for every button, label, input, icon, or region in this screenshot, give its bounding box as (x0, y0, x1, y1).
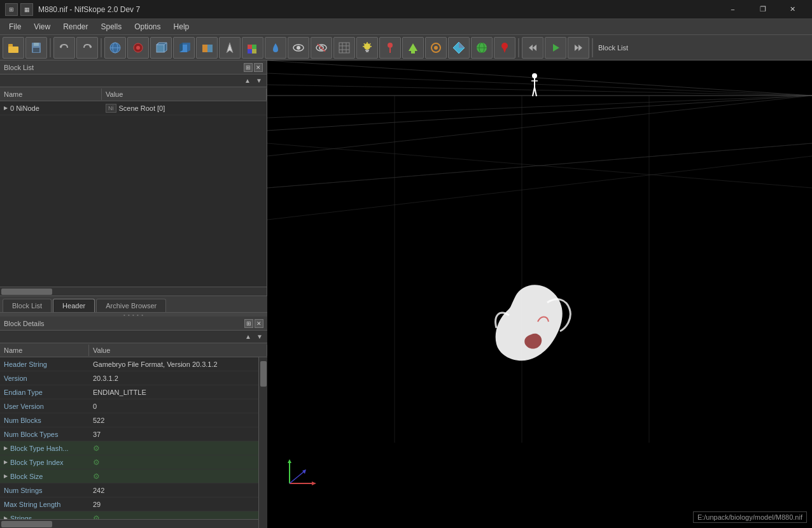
svg-marker-62 (533, 45, 536, 51)
tree-row-value-text: Scene Root [0] (119, 104, 165, 112)
svg-line-72 (267, 96, 812, 118)
toolbar-globe-button[interactable] (104, 37, 126, 59)
details-row-user-version-name: User Version (0, 403, 89, 410)
restore-button[interactable]: ❐ (748, 3, 777, 16)
window-title: M880.nif - NifSkope 2.0 Dev 7 (38, 5, 140, 14)
tree-row-label: 0 NiNode (10, 104, 39, 112)
details-area: Header String Gamebryo File Format, Vers… (0, 357, 267, 519)
block-details-controls: ⊞ ✕ (244, 319, 263, 328)
toolbar-cube-solid-button[interactable] (173, 37, 195, 59)
details-row-user-version[interactable]: User Version 0 (0, 399, 258, 413)
toolbar-redo-button[interactable] (76, 37, 98, 59)
block-list-scroll-down-btn[interactable]: ▼ (254, 76, 264, 86)
svg-rect-19 (202, 45, 207, 52)
tab-archive-browser[interactable]: Archive Browser (96, 299, 166, 312)
title-bar: ⊞ ▦ M880.nif - NifSkope 2.0 Dev 7 − ❐ ✕ (0, 0, 812, 19)
block-list-scroll-up-btn[interactable]: ▲ (242, 76, 253, 86)
details-row-version[interactable]: Version 20.3.1.2 (0, 371, 258, 385)
details-row-block-size-name: ▶ Block Size (0, 473, 89, 480)
toolbar-sep-1 (50, 38, 51, 57)
toolbar-diamond-button[interactable] (448, 37, 470, 59)
close-button[interactable]: ✕ (778, 3, 807, 16)
axis-widget (283, 458, 321, 496)
toolbar-play-button[interactable] (545, 37, 566, 59)
toolbar-cube-outline-button[interactable] (150, 37, 172, 59)
toolbar-light-button[interactable] (356, 37, 378, 59)
svg-marker-63 (553, 44, 559, 52)
minimize-button[interactable]: − (718, 3, 747, 16)
tree-content: ▶ 0 NiNode Ni Scene Root [0] (0, 101, 267, 287)
toolbar-play-forward-button[interactable] (568, 37, 589, 59)
details-row-header-string-value: Gamebryo File Format, Version 20.3.1.2 (89, 360, 258, 368)
details-row-strings[interactable]: ▶ Strings ⚙ (0, 511, 258, 519)
svg-line-40 (364, 43, 365, 45)
tab-block-list[interactable]: Block List (3, 299, 52, 312)
toolbar-up-arrow-button[interactable] (402, 37, 424, 59)
tree-scrollbar-h[interactable] (0, 287, 267, 296)
menu-render[interactable]: Render (57, 20, 94, 33)
details-row-user-version-value: 0 (89, 403, 258, 410)
window-controls: − ❐ ✕ (718, 3, 807, 16)
details-row-num-strings[interactable]: Num Strings 242 (0, 483, 258, 497)
green-leaf-hash-icon: ⚙ (93, 444, 100, 453)
details-row-block-size[interactable]: ▶ Block Size ⚙ (0, 469, 258, 483)
block-list-expand-btn[interactable]: ⊞ (244, 63, 253, 72)
toolbar-grid-button[interactable] (333, 37, 355, 59)
details-scrollbar-thumb[interactable] (260, 361, 267, 387)
toolbar-eye2-button[interactable] (311, 37, 332, 59)
toolbar-red-pin-button[interactable] (494, 37, 515, 59)
toolbar-sphere-button[interactable] (471, 37, 493, 59)
block-list-close-btn[interactable]: ✕ (254, 63, 263, 72)
svg-line-90 (290, 472, 304, 483)
svg-line-73 (267, 96, 812, 156)
details-row-block-type-hash[interactable]: ▶ Block Type Hash... ⚙ (0, 441, 258, 455)
details-row-num-block-types-value: 37 (89, 431, 258, 438)
details-row-num-blocks-name: Num Blocks (0, 417, 89, 424)
details-row-endian[interactable]: Endian Type ENDIAN_LITTLE (0, 385, 258, 399)
details-scrollbar-v[interactable] (258, 357, 267, 519)
details-row-max-string-length[interactable]: Max String Length 29 (0, 497, 258, 511)
toolbar: Block List (0, 35, 812, 61)
menu-view[interactable]: View (27, 20, 57, 33)
green-leaf-index-icon: ⚙ (93, 458, 100, 467)
taskbar-icon-1[interactable]: ⊞ (5, 3, 18, 16)
toolbar-half-cube-button[interactable] (196, 37, 218, 59)
block-details-expand-btn[interactable]: ⊞ (244, 319, 253, 328)
taskbar-icon-2[interactable]: ▦ (20, 3, 33, 16)
block-details-close-btn[interactable]: ✕ (255, 319, 263, 328)
toolbar-eye-button[interactable] (288, 37, 309, 59)
svg-rect-24 (248, 49, 252, 54)
expand-arrow-icon: ▶ (4, 105, 8, 111)
toolbar-color-cube-button[interactable] (242, 37, 263, 59)
viewport-grid (267, 61, 812, 528)
details-row-header-string[interactable]: Header String Gamebryo File Format, Vers… (0, 357, 258, 371)
toolbar-gear-button[interactable] (425, 37, 447, 59)
toolbar-select-button[interactable] (127, 37, 149, 59)
menu-file[interactable]: File (3, 20, 27, 33)
menu-options[interactable]: Options (128, 20, 167, 33)
tree-scrollbar-h-thumb[interactable] (1, 289, 52, 295)
details-scrollbar-h[interactable] (0, 519, 258, 528)
details-row-num-block-types[interactable]: Num Block Types 37 (0, 427, 258, 441)
details-scrollbar-h-thumb[interactable] (1, 521, 52, 527)
toolbar-undo-button[interactable] (53, 37, 75, 59)
menu-help[interactable]: Help (167, 20, 196, 33)
svg-rect-42 (365, 50, 369, 51)
toolbar-play-back-button[interactable] (522, 37, 543, 59)
details-row-num-blocks[interactable]: Num Blocks 522 (0, 413, 258, 427)
details-row-block-type-index[interactable]: ▶ Block Type Index ⚙ (0, 455, 258, 469)
svg-rect-43 (366, 51, 368, 52)
toolbar-arrow-button[interactable] (219, 37, 241, 59)
toolbar-pin-button[interactable] (379, 37, 401, 59)
block-details-scroll-up-btn[interactable]: ▲ (243, 332, 253, 342)
block-details-scroll-down-btn[interactable]: ▼ (255, 332, 265, 342)
svg-rect-3 (34, 43, 39, 46)
menu-spells[interactable]: Spells (95, 20, 129, 33)
table-row[interactable]: ▶ 0 NiNode Ni Scene Root [0] (0, 101, 267, 115)
tab-header[interactable]: Header (53, 299, 95, 312)
toolbar-droplet-button[interactable] (265, 37, 286, 59)
file-path-label: E:/unpack/biology/model/M880.nif (697, 513, 802, 521)
toolbar-save-button[interactable] (25, 37, 47, 59)
toolbar-open-button[interactable] (3, 37, 24, 59)
green-leaf-strings-icon: ⚙ (93, 514, 100, 520)
